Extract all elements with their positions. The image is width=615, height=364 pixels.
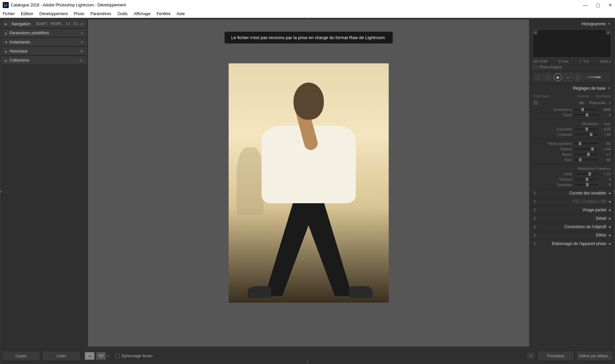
- presence-reset[interactable]: Réinitialiser Présence: [578, 167, 611, 171]
- treatment-label: Traitement :: [533, 94, 551, 98]
- softproof-toggle[interactable]: Epreuvage écran: [115, 354, 152, 358]
- minimize-button[interactable]: —: [583, 2, 588, 8]
- temp-slider[interactable]: [574, 109, 598, 110]
- loupe-view-icon[interactable]: ▭: [85, 352, 95, 360]
- split-tone-header[interactable]: Virage partiel◀: [530, 206, 613, 214]
- tone-curve-header[interactable]: Courbe des tonalités◀: [530, 189, 613, 197]
- menu-file[interactable]: Fichier: [3, 11, 15, 16]
- view-dropdown-icon[interactable]: ▾: [107, 354, 109, 358]
- presets-header[interactable]: ▶Paramètres prédéfinis +: [2, 28, 87, 37]
- radial-tool-icon[interactable]: ◯: [574, 73, 582, 81]
- shadow-clip-icon[interactable]: ▲: [533, 30, 537, 34]
- left-panel: ▶ Navigation ADAPT. REMPL. 1:1 3:1 ▴▾ ▶P…: [2, 20, 87, 343]
- lens-header[interactable]: Corrections de l'objectif◀: [530, 223, 613, 231]
- wb-dropdown[interactable]: BB : Personnali... ▾: [579, 101, 611, 105]
- preview-image: [228, 63, 389, 303]
- blacks-slider[interactable]: [574, 159, 598, 160]
- navigator-header[interactable]: ▶ Navigation ADAPT. REMPL. 1:1 3:1 ▴▾: [2, 20, 87, 28]
- panel-switch-icon[interactable]: [533, 241, 536, 246]
- menu-develop[interactable]: Développement: [39, 11, 68, 16]
- app-icon: Lr: [3, 2, 9, 8]
- panel-switch-icon[interactable]: [533, 216, 536, 221]
- brush-tool-icon[interactable]: [584, 76, 601, 78]
- add-snapshot-icon[interactable]: +: [81, 39, 83, 45]
- panel-switch-icon[interactable]: [533, 199, 536, 204]
- highlight-clip-icon[interactable]: ▲: [606, 30, 610, 34]
- reset-button[interactable]: Définir par défaut...: [576, 351, 613, 361]
- right-panel: Histogramme▼ ▲ ▲ ISO 3200 17 mm ƒ / 2,8 …: [530, 20, 613, 346]
- snapshots-header[interactable]: ▶Instantanés +: [2, 37, 87, 47]
- panel-switch-icon[interactable]: [533, 208, 536, 212]
- compare-view-icon[interactable]: Y|Y: [96, 352, 106, 360]
- effects-header[interactable]: Effets◀: [530, 231, 613, 239]
- close-button[interactable]: ✕: [608, 2, 612, 8]
- toolbar-footer: Copier Coller ▭ Y|Y ▾ Epreuvage écran ▾ …: [2, 349, 613, 363]
- treatment-bw[interactable]: Noir/blanc: [595, 94, 611, 98]
- add-preset-icon[interactable]: +: [81, 30, 83, 36]
- menu-params[interactable]: Paramètres: [90, 11, 111, 16]
- error-toast: Le fichier n'est pas reconnu par la pris…: [224, 32, 393, 43]
- spot-tool-icon[interactable]: ◯: [544, 73, 552, 81]
- histogram-header[interactable]: Histogramme▼: [530, 20, 613, 28]
- menu-edit[interactable]: Edition: [21, 11, 33, 16]
- add-collection-icon[interactable]: +.: [79, 58, 83, 63]
- title-bar: Lr Catalogue 2018 - Adobe Photoshop Ligh…: [0, 0, 615, 10]
- contrast-slider[interactable]: [574, 134, 598, 135]
- menu-help[interactable]: Aide: [177, 11, 185, 16]
- panel-switch-icon[interactable]: [533, 224, 536, 229]
- treatment-color[interactable]: Couleur: [577, 94, 589, 98]
- whites-slider[interactable]: [574, 154, 598, 155]
- crop-tool-icon[interactable]: [535, 74, 542, 81]
- nav-mode-1to1[interactable]: 1:1: [66, 22, 70, 26]
- tone-reset[interactable]: Réinitialise...: [582, 122, 601, 126]
- paste-button[interactable]: Coller: [42, 351, 81, 361]
- panel-switch-icon[interactable]: [533, 233, 536, 238]
- image-canvas[interactable]: Le fichier n'est pas reconnu par la pris…: [88, 20, 529, 346]
- tint-slider[interactable]: [574, 114, 598, 116]
- calibration-header[interactable]: Etalonnage de l'appareil photo◀: [530, 240, 613, 248]
- tone-auto[interactable]: Auto: [604, 122, 611, 126]
- history-header[interactable]: ▶Historique ✕: [2, 47, 87, 56]
- menu-tools[interactable]: Outils: [117, 11, 128, 16]
- saturation-slider[interactable]: [574, 184, 598, 185]
- clear-history-icon[interactable]: ✕: [80, 49, 83, 54]
- exif-info: ISO 3200 17 mm ƒ / 2,8 1/100 s: [530, 59, 613, 64]
- window-title: Catalogue 2018 - Adobe Photoshop Lightro…: [11, 3, 126, 7]
- original-photo-toggle[interactable]: Photo d'origine: [530, 64, 613, 70]
- menu-window[interactable]: Fenêtre: [157, 11, 171, 16]
- detail-header[interactable]: Détail◀: [530, 214, 613, 222]
- menu-display[interactable]: Affichage: [134, 11, 151, 16]
- collections-header[interactable]: ▶Collections +.: [2, 56, 87, 65]
- panel-switch-icon[interactable]: [533, 191, 536, 195]
- menu-bar: Fichier Edition Développement Photo Para…: [0, 10, 615, 18]
- toolbar-dropdown[interactable]: ▾: [526, 352, 535, 360]
- clarity-slider[interactable]: [574, 173, 598, 175]
- shadows-slider[interactable]: [574, 148, 598, 150]
- exposure-slider[interactable]: [574, 128, 598, 130]
- nav-mode-3to1[interactable]: 3:1: [73, 22, 78, 26]
- maximize-button[interactable]: ▢: [596, 2, 600, 8]
- redeye-tool-icon[interactable]: ◉: [554, 73, 562, 81]
- tool-strip: ◯ ◉ ▭ ◯: [532, 72, 611, 83]
- menu-photo[interactable]: Photo: [74, 11, 84, 16]
- hsl-header[interactable]: TSL / Couleur / NB◀: [530, 198, 613, 206]
- nav-mode-fill[interactable]: REMPL.: [51, 22, 63, 26]
- vibrance-slider[interactable]: [574, 179, 598, 180]
- histogram[interactable]: ▲ ▲: [532, 29, 611, 58]
- highlights-slider[interactable]: [574, 143, 598, 144]
- previous-button[interactable]: Précédent: [537, 351, 574, 361]
- copy-button[interactable]: Copier: [2, 351, 40, 361]
- gradient-tool-icon[interactable]: ▭: [564, 73, 572, 81]
- basic-header[interactable]: Réglages de base▼: [530, 84, 613, 92]
- wb-dropper-icon[interactable]: [532, 99, 540, 107]
- nav-mode-adapt[interactable]: ADAPT.: [36, 22, 48, 26]
